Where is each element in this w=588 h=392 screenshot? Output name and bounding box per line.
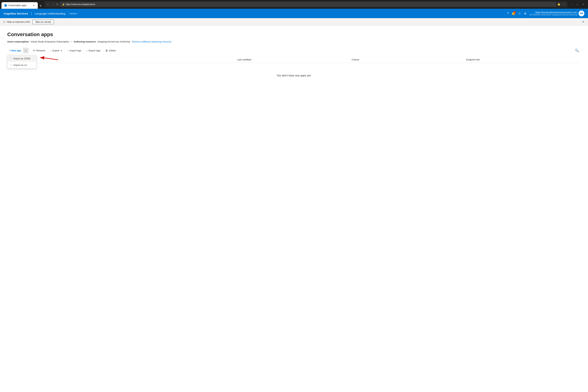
main-content: Conversation apps Azure subscription: Vi… — [0, 26, 588, 88]
extensions-button[interactable]: ⭐ — [556, 2, 561, 6]
header-icons: ? 🔔 1 ☺ ⚙ Malte.Reimann@studentambassado… — [507, 10, 584, 16]
import-lu-label: Import as LU — [14, 64, 27, 66]
col-culture: Culture — [352, 58, 466, 61]
empty-state: You don't have any apps yet. — [7, 63, 581, 88]
minimize-button[interactable]: ─ — [569, 2, 575, 7]
export-button[interactable]: ↓ Export ∨ — [48, 48, 64, 53]
notification-button[interactable]: 🔔 1 — [512, 12, 515, 15]
browser-tabs: i Conversation apps ✕ + — [2, 0, 43, 9]
authoring-label: Authoring resource: — [74, 40, 96, 43]
app-title: Language Understanding — [35, 12, 65, 15]
chevron-down-icon: ∨ — [25, 49, 26, 52]
close-button[interactable]: ✕ — [580, 2, 586, 7]
authoring-value: shopping-list-bot-luis-Authoring — [97, 40, 130, 43]
user-resource: AUTHORING RESOURCE: shopping-list-bot-lu… — [530, 14, 577, 16]
active-tab[interactable]: i Conversation apps ✕ — [2, 2, 38, 9]
table-header: Last modified ↓ Culture Endpoint hits — [7, 56, 581, 63]
user-email: Malte.Reimann@studentambassadors.com — [530, 11, 577, 14]
notification-badge: 1 — [514, 11, 516, 14]
export-chevron-icon: ∨ — [60, 49, 62, 52]
new-app-dropdown-button[interactable]: ∨ — [23, 48, 28, 53]
tab-favicon: i — [4, 4, 7, 7]
import-json-label: Import as JSON — [14, 57, 30, 60]
maximize-button[interactable]: □ — [575, 2, 580, 7]
address-bar-container: ← → ↻ 🔒 https://www.luis.ai/applications… — [45, 2, 568, 7]
page-title: Conversation apps — [7, 32, 581, 38]
import-lu-item[interactable]: ↑ Import as LU — [8, 62, 36, 68]
delete-button[interactable]: 🗑 Delete — [103, 48, 118, 53]
sub-divider: / — [71, 40, 72, 43]
avatar[interactable]: MR — [578, 10, 584, 16]
browser-chrome: i Conversation apps ✕ + ← → ↻ 🔒 https://… — [0, 0, 588, 9]
new-app-dropdown-menu: ↑ Import as JSON ↑ Import as LU — [7, 55, 36, 68]
lock-icon: 🔒 — [62, 3, 65, 6]
back-button[interactable]: ← — [46, 2, 50, 6]
forward-button[interactable]: → — [51, 2, 55, 6]
user-details: Malte.Reimann@studentambassadors.com AUT… — [530, 11, 577, 16]
search-icon: 🔍 — [575, 49, 579, 52]
col-modified[interactable]: Last modified ↓ — [237, 58, 352, 61]
export-logs-icon: ↓ — [86, 49, 88, 52]
window-controls: ─ □ ✕ — [569, 2, 586, 7]
help-button[interactable]: ? — [507, 12, 509, 15]
user-info[interactable]: Malte.Reimann@studentambassadors.com AUT… — [530, 10, 584, 16]
import-logs-icon: ↑ — [67, 49, 68, 52]
import-logs-button[interactable]: ↑ Import logs — [65, 48, 84, 53]
subscription-label: Azure subscription: — [7, 40, 30, 43]
subscription-value: Visual Studio Enterprise Subscription — [30, 40, 69, 43]
emoji-icon: ☺ — [518, 12, 521, 15]
address-bar[interactable]: 🔒 https://www.luis.ai/applications — [60, 2, 556, 7]
rename-icon: ⇄ — [33, 49, 35, 52]
refresh-button[interactable]: ↻ — [56, 2, 59, 6]
survey-button[interactable]: Take our survey! — [32, 20, 54, 24]
export-logs-button[interactable]: ↓ Export logs — [84, 48, 103, 53]
toolbar: + New app ∨ ↑ Import as JSON ↑ Import as… — [7, 47, 581, 54]
import-lu-icon: ↑ — [10, 64, 12, 66]
export-icon: ↓ — [50, 49, 52, 52]
new-app-button[interactable]: + New app — [7, 48, 23, 53]
rename-button[interactable]: ⇄ Rename — [31, 48, 48, 53]
tab-title: Conversation apps — [8, 4, 26, 7]
app-subtitle: - westus — [68, 12, 77, 15]
emoji-button[interactable]: ☺ — [518, 12, 521, 15]
tab-close-button[interactable]: ✕ — [33, 4, 35, 7]
help-icon: ? — [507, 12, 509, 15]
toolbar-separator — [30, 48, 30, 53]
empty-state-text: You don't have any apps yet. — [276, 74, 312, 77]
change-authoring-link[interactable]: Choose a different authoring resource. — [132, 40, 172, 43]
subscription-bar: Azure subscription: Visual Studio Enterp… — [7, 40, 581, 43]
survey-banner: ℹ Help us improve LUIS. Take our survey!… — [0, 18, 588, 26]
app-logo: Cognitive Services — [4, 12, 28, 15]
survey-close-button[interactable]: ✕ — [582, 20, 584, 24]
delete-icon: 🗑 — [106, 49, 108, 52]
import-json-item[interactable]: ↑ Import as JSON — [8, 55, 36, 62]
app-header: Cognitive Services | Language Understand… — [0, 9, 588, 18]
new-tab-button[interactable]: + — [38, 3, 43, 9]
gear-icon: ⚙ — [524, 12, 526, 15]
col-hits: Endpoint hits — [466, 58, 581, 61]
url-text: https://www.luis.ai/applications — [66, 3, 95, 6]
sort-icon: ↓ — [252, 58, 253, 60]
more-button[interactable]: ⋯ — [562, 2, 566, 6]
import-json-icon: ↑ — [10, 57, 12, 60]
search-button[interactable]: 🔍 — [573, 47, 581, 54]
settings-button[interactable]: ⚙ — [524, 12, 526, 15]
info-icon: ℹ — [4, 20, 4, 24]
new-app-wrapper: + New app ∨ — [7, 48, 28, 53]
header-divider: | — [31, 12, 32, 16]
survey-text: Help us improve LUIS. — [7, 20, 30, 23]
